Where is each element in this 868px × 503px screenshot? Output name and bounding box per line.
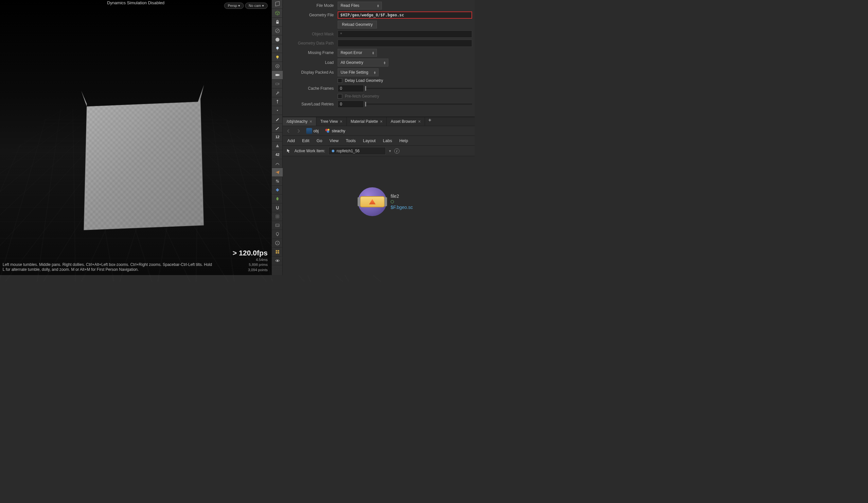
svg-rect-12: [276, 83, 278, 85]
tab-tree-view[interactable]: Tree View ×: [317, 117, 347, 126]
knife-icon[interactable]: [272, 115, 283, 124]
retries-input[interactable]: [338, 101, 364, 108]
object-mask-label: Object Mask: [285, 32, 338, 36]
network-view[interactable]: file2 $F.bgeo.sc: [283, 156, 475, 275]
info-icon[interactable]: i: [394, 148, 400, 153]
reload-geometry-button[interactable]: Reload Geometry: [338, 21, 377, 29]
svg-point-13: [277, 100, 278, 101]
svg-rect-11: [276, 74, 278, 76]
file-mode-select[interactable]: Read Files ▴▾: [338, 2, 382, 10]
path-steachy[interactable]: steachy: [323, 127, 347, 134]
svg-rect-1: [276, 22, 279, 23]
svg-point-35: [332, 150, 334, 152]
prim-count: 5,898 prims: [232, 262, 268, 267]
fps-display: > 120.0fps: [232, 249, 268, 258]
cube-icon[interactable]: [272, 9, 283, 18]
sphere-icon[interactable]: [272, 36, 283, 44]
node-output-flag[interactable]: [391, 200, 394, 203]
cache-frames-slider[interactable]: [365, 88, 472, 89]
obj-icon: [306, 128, 312, 134]
back-button[interactable]: [285, 127, 292, 135]
point-count: 3,094 points: [232, 268, 268, 272]
persp-menu[interactable]: Persp ▾: [224, 3, 244, 9]
tab-material-palette[interactable]: Material Palette ×: [347, 117, 387, 126]
camera-menu[interactable]: No cam ▾: [245, 3, 268, 9]
svg-point-16: [276, 129, 277, 130]
work-item-label: Active Work Item:: [294, 149, 325, 153]
viewport-help: Left mouse tumbles. Middle pans. Right d…: [3, 262, 213, 272]
geo-data-path-label: Geometry Data Path: [285, 41, 338, 46]
dot-icon[interactable]: [272, 106, 283, 115]
delay-load-checkbox[interactable]: [338, 78, 342, 83]
pin-icon[interactable]: [272, 97, 283, 106]
frame-time: 4.54ms: [232, 258, 268, 262]
viewport[interactable]: Dynamics Simulation Disabled Persp ▾ No …: [0, 0, 271, 275]
missing-frame-select[interactable]: Report Error ▴▾: [338, 49, 377, 57]
svg-line-3: [276, 29, 279, 32]
chevron-updown-icon: ▴▾: [377, 4, 379, 7]
tab-obj-steachy[interactable]: /obj/steachy ×: [283, 117, 317, 126]
retries-slider[interactable]: [365, 103, 472, 105]
no-icon[interactable]: [272, 27, 283, 36]
node-body[interactable]: [360, 196, 385, 207]
prefetch-checkbox[interactable]: [338, 94, 342, 99]
forward-button[interactable]: [294, 127, 302, 135]
num12-icon[interactable]: 12: [272, 133, 283, 141]
svg-point-4: [276, 38, 279, 42]
persp-icon[interactable]: [272, 0, 283, 9]
wrench-icon[interactable]: [272, 88, 283, 97]
load-select[interactable]: All Geometry ▴▾: [338, 59, 388, 67]
geometry-file-input[interactable]: [338, 11, 472, 19]
path-obj[interactable]: obj: [304, 127, 321, 134]
lock-icon[interactable]: [272, 18, 283, 27]
work-item-select[interactable]: ropfetch1_56: [329, 147, 386, 155]
menu-help[interactable]: Help: [399, 138, 408, 143]
camera-icon[interactable]: [272, 71, 283, 80]
paint-icon[interactable]: [272, 124, 283, 133]
close-icon[interactable]: ×: [310, 119, 312, 124]
sculpt-icon[interactable]: [272, 141, 283, 150]
menu-go[interactable]: Go: [317, 138, 322, 143]
cloth-geometry: [78, 85, 208, 232]
menu-labs[interactable]: Labs: [383, 138, 392, 143]
path-bar: obj steachy: [283, 126, 475, 136]
chevron-updown-icon: ▴▾: [384, 61, 385, 64]
menu-tools[interactable]: Tools: [346, 138, 356, 143]
close-icon[interactable]: ×: [380, 119, 382, 124]
node-display-flag[interactable]: [358, 187, 387, 216]
menu-layout[interactable]: Layout: [363, 138, 375, 143]
geo-icon[interactable]: [272, 62, 283, 71]
menu-view[interactable]: View: [330, 138, 339, 143]
missing-frame-label: Missing Frame: [285, 50, 338, 55]
menu-add[interactable]: Add: [287, 138, 295, 143]
delay-load-label: Delay Load Geometry: [345, 78, 383, 83]
right-panel: File Mode Read Files ▴▾ Geometry File Re…: [283, 0, 475, 275]
object-mask-input[interactable]: [338, 30, 472, 38]
work-item-dot-icon: [331, 149, 335, 153]
retries-label: Save/Load Retries: [285, 102, 338, 107]
display-packed-label: Display Packed As: [285, 70, 338, 75]
chevron-updown-icon: ▴▾: [372, 51, 374, 54]
display-packed-select[interactable]: Use File Setting ▴▾: [338, 69, 379, 76]
svg-point-10: [277, 66, 278, 67]
chevron-down-icon[interactable]: ▾: [389, 149, 391, 153]
node-file-label: $F.bgeo.sc: [391, 205, 413, 210]
cache-frames-input[interactable]: [338, 85, 364, 92]
close-icon[interactable]: ×: [418, 119, 421, 124]
num42-icon[interactable]: 42: [272, 150, 283, 159]
node-file2[interactable]: file2 $F.bgeo.sc: [358, 187, 413, 216]
svg-rect-0: [276, 1, 279, 6]
tab-asset-browser[interactable]: Asset Browser ×: [387, 117, 425, 126]
geo-data-path-input[interactable]: [338, 40, 472, 47]
svg-point-5: [276, 47, 279, 49]
menu-edit[interactable]: Edit: [302, 138, 309, 143]
add-tab-button[interactable]: +: [425, 117, 434, 126]
network-menu-bar: Add Edit Go View Tools Layout Labs Help: [283, 136, 475, 146]
cam2-icon[interactable]: [272, 80, 283, 88]
cache-frames-label: Cache Frames: [285, 86, 338, 91]
close-icon[interactable]: ×: [340, 119, 343, 124]
curve-icon[interactable]: [272, 159, 283, 168]
work-item-bar: Active Work Item: ropfetch1_56 ▾ i: [283, 146, 475, 156]
light-icon[interactable]: [272, 44, 283, 53]
bulb-icon[interactable]: [272, 53, 283, 62]
